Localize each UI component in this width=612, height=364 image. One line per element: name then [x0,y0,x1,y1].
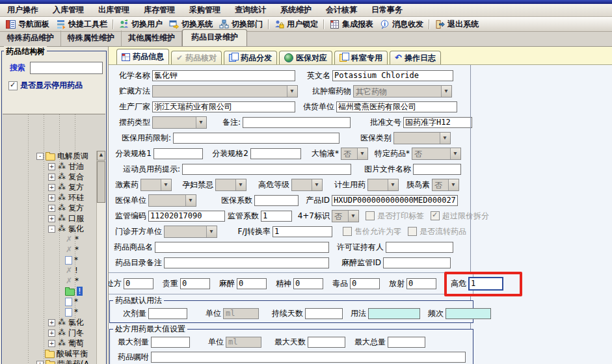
tree-item[interactable]: ! [3,265,105,276]
expand-icon[interactable] [48,205,55,212]
specific-drug-select[interactable]: 否 [412,148,461,160]
menu-purchase[interactable]: 采购管理 [182,4,228,16]
collapse-icon[interactable] [36,153,44,160]
collapse-icon[interactable] [48,226,55,233]
expand-icon[interactable] [48,194,55,202]
menu-inbound[interactable]: 入库管理 [46,4,91,16]
tree-item[interactable]: * [3,276,105,286]
trade-name-input[interactable] [155,242,329,253]
tree-item[interactable]: 复方 [3,203,105,213]
report-button[interactable]: 集成报表 [326,17,377,31]
risk-level-select[interactable] [291,179,323,191]
menu-system-maintain[interactable]: 系统维护 [273,4,319,16]
insurance-class-select[interactable] [393,132,451,144]
exit-button[interactable]: 退出系统 [432,17,482,31]
tab-special-attr[interactable]: 特殊属性维护 [61,31,122,46]
license-holder-input[interactable] [386,242,453,253]
athlete-hint-input[interactable] [182,164,351,175]
insulin-select[interactable]: 否 [432,179,459,191]
scroll-up-icon[interactable]: ▲ [97,151,105,161]
tab-insurance-map[interactable]: 医保对应 [279,51,332,64]
tree-item[interactable]: 环硅 [3,192,105,203]
family-planning-select[interactable] [367,179,399,191]
grade-high-risk-input[interactable] [468,277,503,291]
expand-icon[interactable] [36,361,44,364]
infusion-select[interactable]: 否 [341,148,368,160]
menu-user-ops[interactable]: 用户操作 [0,4,46,16]
menu-accounting[interactable]: 会计核算 [319,4,364,16]
reg-code-input[interactable] [148,211,225,222]
menu-daily-affairs[interactable]: 日常事务 [364,4,410,16]
tree-item[interactable]: 葡萄 [3,338,105,348]
scrollbar-thumb[interactable] [97,161,105,203]
tree-item[interactable]: * [3,255,105,265]
tree-item[interactable]: 电解质调 [3,151,105,161]
tree-item[interactable]: 复合 [3,172,105,182]
grade-prescription-input[interactable] [124,278,153,289]
tab-dept-exclusive[interactable]: 科室专用 [334,51,388,64]
user-lock-button[interactable]: 用户锁定 [271,17,321,31]
tree-item[interactable]: 氯化 [3,317,105,328]
expand-icon[interactable] [48,330,55,337]
pregnancy-select[interactable] [215,179,246,191]
over-limit-split-checkbox[interactable] [431,211,440,220]
tree-item[interactable]: * [3,307,105,317]
tree-item[interactable]: 营养药(A [3,359,105,364]
remark-input[interactable] [243,117,351,128]
show-disabled-checkbox[interactable] [8,81,18,90]
tree-item[interactable]: * [3,296,105,307]
tree-item[interactable]: 氯化 [3,224,105,234]
image-name-input[interactable] [413,164,461,175]
quick-toolbar-button[interactable]: 快捷工具栏 [53,17,111,31]
tree-item[interactable]: 口服 [3,213,105,224]
nav-panel-button[interactable]: 导航面板 [3,17,53,31]
tab-drug-catalog[interactable]: 药品目录维护 [182,29,247,46]
grade-anesthetic-input[interactable] [237,278,267,289]
menu-inventory[interactable]: 库存管理 [137,4,182,16]
tab-drug-check[interactable]: 药品核对 [171,51,222,64]
pack-spec2-input[interactable] [250,148,301,159]
expand-icon[interactable] [48,340,55,347]
zero-price-checkbox[interactable] [343,227,352,236]
grade-valuable-input[interactable] [180,278,210,289]
insurance-limit-input[interactable] [173,133,339,144]
outpatient-unit-select[interactable] [164,226,217,238]
reg-factor-input[interactable] [261,211,292,222]
dispense-type-select[interactable] [152,116,207,129]
dose-input[interactable] [148,308,187,319]
advice-input[interactable] [151,352,466,363]
grade-toxic-input[interactable] [350,278,380,289]
product-id-input[interactable] [332,195,458,206]
expand-icon[interactable] [48,184,55,191]
storage-select[interactable] [152,85,298,98]
max-days-input[interactable] [308,337,345,348]
expand-icon[interactable] [48,215,55,222]
anesthesia-id-input[interactable] [383,257,451,268]
expand-icon[interactable] [48,174,55,181]
tree-item[interactable]: 酸碱平衡 [3,348,105,359]
usage-input[interactable] [368,308,420,319]
expand-icon[interactable] [48,163,55,170]
grade-radio-input[interactable] [406,278,436,289]
hormone-select[interactable] [140,179,172,191]
catalog-remark-input[interactable] [164,257,329,268]
antitumor-select[interactable]: 其它药物 [353,85,452,98]
search-input[interactable] [30,62,103,74]
tree-item-selected[interactable]: ! [3,286,105,296]
duration-days-input[interactable] [305,308,343,319]
fj-rate-input[interactable] [273,226,332,237]
tab-other-attr[interactable]: 其他属性维护 [122,31,182,46]
pack-spec1-input[interactable] [153,148,203,159]
tree-item[interactable]: * [3,234,105,244]
tree-item[interactable]: 甘油 [3,161,105,172]
manufacturer-input[interactable] [152,101,295,112]
approval-no-input[interactable] [403,117,472,128]
tab-drug-distribute[interactable]: 药品分发 [224,51,277,64]
tab-drug-info[interactable]: 药品信息 [116,49,169,64]
max-dose-input[interactable] [151,337,190,348]
insurance-unit-select[interactable] [148,194,196,207]
freq-input[interactable] [446,308,491,319]
menu-outbound[interactable]: 出库管理 [91,4,137,16]
menu-query-stats[interactable]: 查询统计 [228,4,273,16]
expand-icon[interactable] [48,319,55,326]
